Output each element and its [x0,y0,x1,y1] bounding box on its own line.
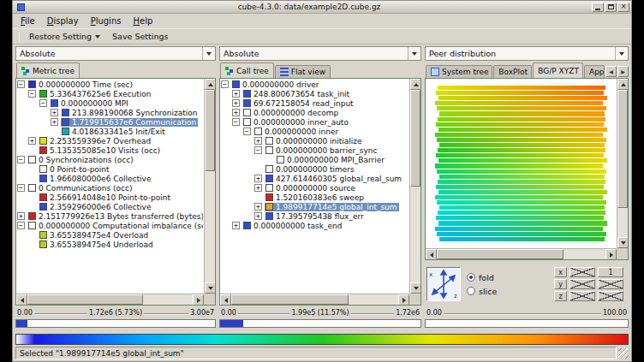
combobox-arrow-button[interactable] [408,47,420,60]
scroll-down-button[interactable] [410,282,421,294]
tab-bgp-xyzt[interactable]: BG/P XYZT [533,62,583,78]
scroll-left-button[interactable] [16,294,27,306]
scrollbar-track[interactable] [205,90,215,282]
call-vertical-scrollbar[interactable] [409,79,420,294]
scrollbar-track[interactable] [617,90,628,237]
scroll-right-button[interactable] [398,294,409,306]
tree-item[interactable]: −0 Synchronizations (occ) [17,155,203,164]
tab-call-tree[interactable]: Call tree [220,62,274,78]
scrollbar-thumb[interactable] [437,249,564,259]
combobox-arrow-button[interactable] [202,47,215,60]
tree-item[interactable]: 0.000000000 MPI_Barrier [221,155,408,164]
restore-setting-button[interactable]: Restore Setting [24,31,105,42]
tree-item[interactable]: −0.000000000 inner [221,127,408,136]
tab-flat-view[interactable]: Flat view [275,65,331,78]
tree-item[interactable]: +0.000000000 task_end [221,221,408,230]
title-bar[interactable]: cube-4.3.0: data/example2D.cube.gz × [13,1,631,14]
y-dimension-value-button[interactable] [598,279,623,289]
maximize-button[interactable] [605,3,617,12]
tree-item[interactable]: −0.000000000 inner_auto [221,117,408,127]
axis-y-button[interactable]: y [554,279,567,289]
call-horizontal-scrollbar[interactable] [220,294,409,305]
collapse-icon[interactable]: − [39,99,47,107]
scrollbar-track[interactable] [27,294,193,305]
tree-item[interactable]: 0.000000000 timers [221,164,408,174]
call-value-mode-combobox[interactable]: Absolute [219,46,421,61]
x-dimension-unset-button[interactable] [569,267,595,277]
menu-plugins[interactable]: Plugins [85,15,128,27]
tree-item[interactable]: 3.655389475e4 Underload [17,240,203,249]
tree-item[interactable]: 2.359296000e6 Collective [17,202,203,211]
tree-item[interactable]: +2.253559396e7 Overhead [17,136,203,145]
tree-item[interactable]: +1.989917714e5 global_int_sum [221,202,408,211]
save-settings-button[interactable]: Save Settings [107,31,173,42]
expand-icon[interactable]: + [232,222,240,229]
tree-item[interactable]: −0.000000000 barrier_sync [221,145,408,155]
axis-z-button[interactable]: z [554,291,567,301]
metric-value-mode-combobox[interactable]: Absolute [15,46,216,61]
scrollbar-thumb[interactable] [617,90,628,208]
tree-item[interactable]: 5.135355085e10 Visits (occ) [17,145,203,155]
tree-item[interactable]: +427.614460305 global_real_sum [221,174,408,183]
metric-vertical-scrollbar[interactable] [204,79,215,294]
tree-item[interactable]: +0.000000000 decomp [221,108,408,117]
scroll-right-button[interactable] [605,249,617,260]
scroll-down-button[interactable] [617,237,629,248]
tree-item[interactable]: +69.672158054 read_input [221,98,408,108]
expand-icon[interactable]: + [254,137,262,145]
collapse-icon[interactable]: − [17,222,25,229]
topology-vertical-scrollbar[interactable] [617,79,628,248]
collapse-icon[interactable]: − [243,128,251,135]
tree-item[interactable]: −0.000000000 driver [221,80,408,89]
tree-item[interactable]: 2.566914048e10 Point-to-point [17,193,203,202]
system-value-mode-combobox[interactable]: Peer distribution [425,46,629,61]
scrollbar-track[interactable] [410,90,420,282]
tree-item[interactable]: −0.000000000 Time (sec) [17,80,203,89]
menu-display[interactable]: Display [41,15,85,27]
tree-item[interactable]: −0.000000000 MPI [17,98,203,108]
scrollbar-thumb[interactable] [205,90,215,171]
expand-icon[interactable]: + [254,175,262,182]
collapse-icon[interactable]: − [28,90,36,98]
scroll-up-button[interactable] [617,79,629,90]
fold-radio[interactable]: fold [467,273,497,282]
tree-item[interactable]: 4.018633341e5 Init/Exit [17,127,203,136]
expand-icon[interactable]: + [28,137,36,145]
axis-x-button[interactable]: x [554,267,567,277]
tree-item[interactable]: +0.000000000 source [221,183,408,193]
menu-file[interactable]: File [15,15,41,27]
minimize-button[interactable] [592,3,604,12]
axis-orientation-icon[interactable]: x z [426,267,461,301]
tree-item[interactable]: 0 Point-to-point [17,164,203,174]
tab-app[interactable]: App [584,65,605,78]
scrollbar-thumb[interactable] [231,294,349,305]
tree-item[interactable]: 1.966080000e6 Collective [17,174,203,183]
tree-item[interactable]: +1.719915637e6 Communication [17,117,203,127]
scroll-down-button[interactable] [205,282,216,294]
tree-item[interactable]: +17.395795438 flux_err [221,211,408,221]
collapse-icon[interactable]: − [232,118,240,126]
menu-help[interactable]: Help [127,15,158,27]
tree-item[interactable]: +248.800673654 task_init [221,89,408,98]
collapse-icon[interactable]: − [17,184,25,192]
expand-icon[interactable]: + [51,109,58,116]
tab-scroll-right-button[interactable]: ▶ [617,66,629,77]
expand-icon[interactable]: + [254,212,262,220]
x-dimension-value-button[interactable]: 1 [598,267,623,277]
tree-item[interactable]: +2.151779926e13 Bytes transferred (bytes… [17,211,203,221]
scroll-left-button[interactable] [426,249,437,260]
resize-grip[interactable] [618,348,629,359]
topology-heatmap[interactable] [433,86,609,242]
tab-system-tree[interactable]: System tree [426,65,492,78]
expand-icon[interactable]: + [17,212,25,220]
scrollbar-track[interactable] [437,249,605,259]
z-dimension-unset-button[interactable] [569,291,595,301]
tree-item[interactable]: +213.898190068 Synchronization [17,108,203,117]
topology-horizontal-scrollbar[interactable] [426,248,617,259]
collapse-icon[interactable]: − [221,80,229,88]
collapse-icon[interactable]: − [17,156,25,163]
expand-icon[interactable]: + [232,90,240,98]
expand-icon[interactable]: + [51,118,58,126]
tree-item[interactable]: 1.520160383e6 sweep [221,193,408,202]
tree-item[interactable]: −5.336437625e6 Execution [17,89,203,98]
